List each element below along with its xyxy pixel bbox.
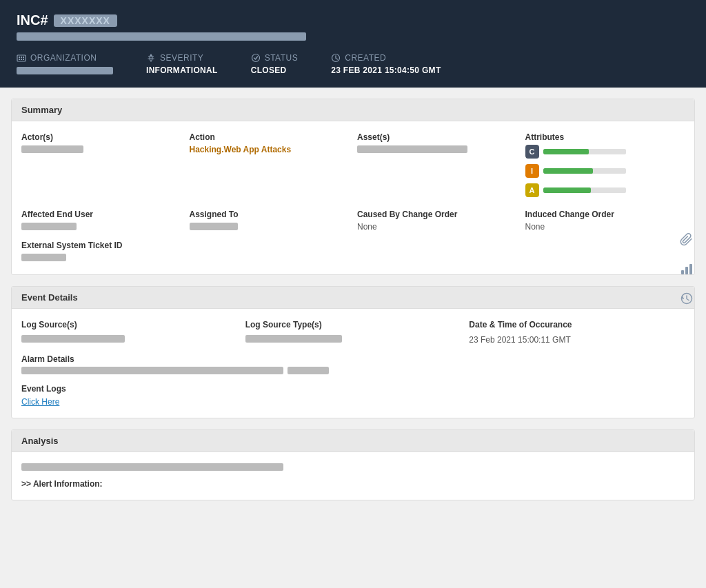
organization-icon: [17, 53, 26, 63]
svg-rect-9: [681, 270, 684, 274]
status-icon: [251, 53, 261, 63]
attachments-icon[interactable]: [680, 232, 694, 250]
svg-rect-1: [19, 57, 20, 58]
alarm-details-value: [21, 367, 685, 374]
sidebar-actions[interactable]: [680, 232, 694, 309]
event-logs-label: Event Logs: [21, 384, 685, 394]
incident-description: [17, 32, 306, 41]
analysis-alert-info: >> Alert Information:: [21, 479, 685, 489]
attributes-field: Attributes C I: [525, 132, 685, 197]
analysis-header: Analysis: [12, 430, 694, 452]
log-source-types-value: [245, 335, 342, 343]
attr-row-c: C: [525, 145, 685, 159]
meta-severity: Severity INFORMATIONAL: [146, 53, 218, 75]
affected-end-user-field: Affected End User: [21, 210, 181, 232]
status-value: CLOSED: [251, 65, 299, 75]
action-value: Hacking.Web App Attacks: [190, 145, 350, 154]
attr-row-i: I: [525, 164, 685, 178]
actors-label: Actor(s): [21, 132, 181, 142]
attr-bar-i-fill: [543, 168, 593, 174]
inc-number: XXXXXXX: [54, 14, 117, 27]
action-field: Action Hacking.Web App Attacks: [190, 132, 350, 197]
attr-bar-c-fill: [543, 149, 589, 154]
barchart-icon[interactable]: [680, 262, 694, 279]
svg-rect-6: [23, 59, 24, 60]
assets-field: Asset(s): [357, 132, 517, 197]
main-content: Summary Actor(s) Action Hacking.Web App …: [0, 88, 706, 523]
status-label: Status: [265, 53, 299, 63]
date-time-field: Date & Time of Occurance 23 Feb 2021 15:…: [469, 320, 685, 345]
created-value: 23 FEB 2021 15:04:50 GMT: [331, 65, 441, 75]
svg-point-7: [252, 54, 259, 62]
svg-rect-2: [21, 57, 22, 58]
attributes-list: C I A: [525, 145, 685, 197]
svg-rect-11: [689, 264, 692, 274]
induced-co-value: None: [525, 222, 685, 232]
date-time-value: 23 Feb 2021 15:00:11 GMT: [469, 335, 685, 345]
affected-end-user-label: Affected End User: [21, 210, 181, 219]
external-ticket-label: External System Ticket ID: [21, 241, 685, 250]
meta-created: Created 23 FEB 2021 15:04:50 GMT: [331, 53, 441, 75]
attr-badge-a: A: [525, 183, 539, 197]
log-source-types-label: Log Source Type(s): [245, 320, 461, 330]
date-time-label: Date & Time of Occurance: [469, 320, 685, 330]
svg-rect-10: [685, 267, 688, 274]
header-meta: Organization Severity INFORMATIONAL: [17, 53, 689, 75]
external-ticket-value: [21, 254, 66, 261]
induced-co-field: Induced Change Order None: [525, 210, 685, 232]
history-icon[interactable]: [680, 292, 694, 309]
affected-end-user-value: [21, 223, 77, 230]
created-label: Created: [345, 53, 386, 63]
event-details-header: Event Details: [12, 287, 694, 309]
organization-value: [17, 67, 113, 74]
action-label: Action: [190, 132, 350, 142]
attr-badge-i: I: [525, 164, 539, 178]
assigned-to-value: [190, 223, 238, 230]
page-header: INC# XXXXXXX Organization: [0, 0, 706, 88]
caused-by-co-label: Caused By Change Order: [357, 210, 517, 219]
alarm-details-label: Alarm Details: [21, 354, 685, 364]
alarm-details-section: Alarm Details: [21, 354, 685, 374]
analysis-section: Analysis >> Alert Information:: [11, 429, 695, 500]
log-sources-label: Log Source(s): [21, 320, 237, 330]
attr-bar-c-bg: [543, 149, 626, 154]
attr-badge-c: C: [525, 145, 539, 159]
severity-value: INFORMATIONAL: [146, 65, 218, 75]
analysis-text-blurred: [21, 463, 283, 471]
attr-bar-a-bg: [543, 187, 626, 193]
summary-row-1: Actor(s) Action Hacking.Web App Attacks …: [21, 132, 685, 197]
attr-row-a: A: [525, 183, 685, 197]
severity-icon: [146, 53, 156, 63]
click-here-link[interactable]: Click Here: [21, 397, 59, 407]
event-grid: Log Source(s) Log Source Type(s) Date & …: [21, 320, 685, 345]
svg-rect-4: [19, 59, 20, 60]
svg-rect-3: [23, 57, 24, 58]
svg-rect-5: [21, 59, 22, 60]
actors-value: [21, 145, 83, 153]
event-details-section: Event Details Log Source(s) Log Source T…: [11, 286, 695, 418]
attr-bar-a-fill: [543, 187, 592, 193]
incident-title: INC# XXXXXXX: [17, 12, 689, 28]
log-source-types-field: Log Source Type(s): [245, 320, 461, 345]
summary-header: Summary: [12, 99, 694, 121]
meta-organization: Organization: [17, 53, 113, 74]
severity-label: Severity: [160, 53, 203, 63]
caused-by-co-field: Caused By Change Order None: [357, 210, 517, 232]
summary-body: Actor(s) Action Hacking.Web App Attacks …: [12, 121, 694, 274]
svg-rect-0: [17, 55, 26, 61]
assets-label: Asset(s): [357, 132, 517, 142]
analysis-body: >> Alert Information:: [12, 452, 694, 500]
summary-row-2: Affected End User Assigned To Caused By …: [21, 210, 685, 232]
caused-by-co-value: None: [357, 222, 517, 232]
assigned-to-field: Assigned To: [190, 210, 350, 232]
organization-label: Organization: [30, 53, 97, 63]
attr-bar-i-bg: [543, 168, 626, 174]
external-ticket-row: External System Ticket ID: [21, 241, 685, 263]
inc-prefix: INC#: [17, 12, 48, 28]
summary-section: Summary Actor(s) Action Hacking.Web App …: [11, 99, 695, 275]
induced-co-label: Induced Change Order: [525, 210, 685, 219]
log-sources-value: [21, 335, 125, 343]
meta-status: Status CLOSED: [251, 53, 299, 75]
event-logs-section: Event Logs Click Here: [21, 384, 685, 407]
event-details-body: Log Source(s) Log Source Type(s) Date & …: [12, 309, 694, 418]
